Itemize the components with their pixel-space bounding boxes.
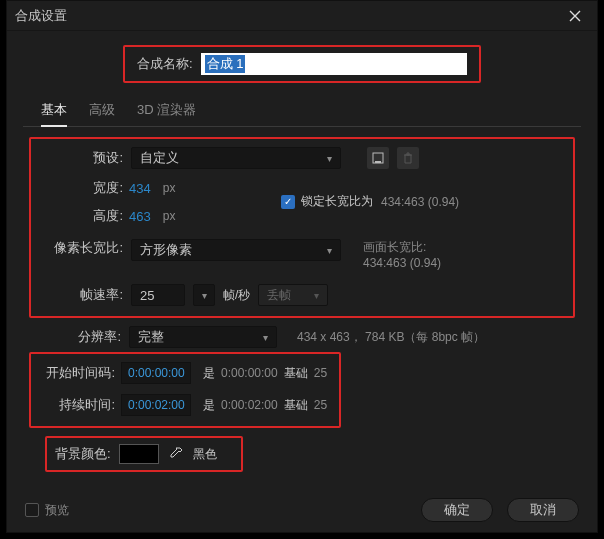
width-value[interactable]: 434 bbox=[129, 181, 151, 196]
lock-aspect-ratio: 434:463 (0.94) bbox=[381, 195, 459, 209]
chevron-down-icon: ▾ bbox=[263, 332, 268, 343]
preview-label: 预览 bbox=[45, 502, 69, 519]
height-label: 高度: bbox=[41, 207, 123, 225]
preset-select[interactable]: 自定义 ▾ bbox=[131, 147, 341, 169]
bgcolor-swatch[interactable] bbox=[119, 444, 159, 464]
cancel-button[interactable]: 取消 bbox=[507, 498, 579, 522]
fps-label: 帧速率: bbox=[41, 286, 123, 304]
chevron-down-icon: ▾ bbox=[327, 153, 332, 164]
window-title: 合成设置 bbox=[15, 7, 67, 25]
lock-aspect-label: 锁定长宽比为 bbox=[301, 193, 373, 210]
delete-preset-icon[interactable] bbox=[397, 147, 419, 169]
chevron-down-icon: ▾ bbox=[327, 245, 332, 256]
comp-name-value: 合成 1 bbox=[205, 55, 246, 73]
comp-name-input[interactable]: 合成 1 bbox=[201, 53, 467, 75]
close-icon[interactable] bbox=[561, 2, 589, 30]
dimensions-highlight: 预设: 自定义 ▾ 宽度: 434 bbox=[29, 137, 575, 318]
width-label: 宽度: bbox=[41, 179, 123, 197]
dur-base-l: 基础 bbox=[284, 397, 308, 414]
dur-input[interactable]: 0:00:02:00 bbox=[121, 394, 191, 416]
tab-advanced[interactable]: 高级 bbox=[89, 95, 115, 126]
bgcolor-label: 背景颜色: bbox=[55, 445, 111, 463]
start-base-n: 25 bbox=[314, 366, 327, 380]
titlebar: 合成设置 bbox=[7, 1, 597, 31]
composition-settings-dialog: 合成设置 合成名称: 合成 1 基本 高级 3D 渲染器 预设: bbox=[6, 0, 598, 533]
start-base-l: 基础 bbox=[284, 365, 308, 382]
preset-value: 自定义 bbox=[140, 149, 179, 167]
res-value: 完整 bbox=[138, 328, 164, 346]
ok-button[interactable]: 确定 bbox=[421, 498, 493, 522]
fps-stepper[interactable]: ▾ bbox=[193, 284, 215, 306]
save-preset-icon[interactable] bbox=[367, 147, 389, 169]
par-value: 方形像素 bbox=[140, 241, 192, 259]
dur-base-v: 0:00:02:00 bbox=[221, 398, 278, 412]
frame-aspect-label: 画面长宽比: bbox=[363, 239, 441, 256]
bgcolor-highlight: 背景颜色: 黑色 bbox=[45, 436, 243, 472]
dur-label: 持续时间: bbox=[41, 396, 115, 414]
res-label: 分辨率: bbox=[29, 328, 121, 346]
fps-unit: 帧/秒 bbox=[223, 287, 250, 304]
height-unit: px bbox=[163, 209, 176, 223]
lock-aspect-checkbox[interactable]: ✓ bbox=[281, 195, 295, 209]
dur-base-n: 25 bbox=[314, 398, 327, 412]
footer: 预览 确定 取消 bbox=[7, 488, 597, 532]
preview-checkbox[interactable] bbox=[25, 503, 39, 517]
tab-basic[interactable]: 基本 bbox=[41, 95, 67, 127]
tab-3d-renderer[interactable]: 3D 渲染器 bbox=[137, 95, 196, 126]
frame-aspect-value: 434:463 (0.94) bbox=[363, 256, 441, 270]
timecode-highlight: 开始时间码: 0:00:00:00 是 0:00:00:00 基础 25 持续时… bbox=[29, 352, 341, 428]
par-label: 像素长宽比: bbox=[41, 239, 123, 257]
par-select[interactable]: 方形像素 ▾ bbox=[131, 239, 341, 261]
width-unit: px bbox=[163, 181, 176, 195]
eyedropper-icon[interactable] bbox=[167, 445, 185, 463]
preset-label: 预设: bbox=[41, 149, 123, 167]
bgcolor-name: 黑色 bbox=[193, 446, 217, 463]
res-select[interactable]: 完整 ▾ bbox=[129, 326, 277, 348]
start-is: 是 bbox=[203, 365, 215, 382]
tabs: 基本 高级 3D 渲染器 bbox=[23, 95, 581, 127]
drop-frame-select: 丢帧▾ bbox=[258, 284, 328, 306]
svg-rect-1 bbox=[375, 161, 381, 163]
dur-is: 是 bbox=[203, 397, 215, 414]
comp-name-highlight: 合成名称: 合成 1 bbox=[123, 45, 481, 83]
height-value[interactable]: 463 bbox=[129, 209, 151, 224]
comp-name-label: 合成名称: bbox=[137, 55, 193, 73]
start-tc-label: 开始时间码: bbox=[41, 364, 115, 382]
start-tc-input[interactable]: 0:00:00:00 bbox=[121, 362, 191, 384]
start-base-v: 0:00:00:00 bbox=[221, 366, 278, 380]
fps-input[interactable]: 25 bbox=[131, 284, 185, 306]
res-info: 434 x 463， 784 KB（每 8bpc 帧） bbox=[297, 329, 485, 346]
